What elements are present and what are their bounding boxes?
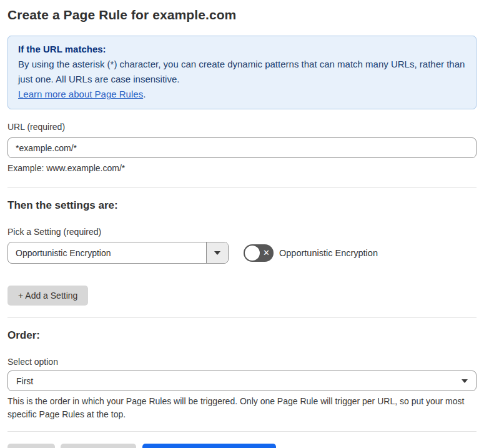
cancel-button[interactable]: Cancel — [7, 444, 55, 448]
divider — [7, 317, 477, 318]
setting-dropdown[interactable]: Opportunistic Encryption — [7, 242, 229, 264]
toggle-knob — [245, 246, 260, 261]
page-rule-form: Create a Page Rule for example.com If th… — [0, 0, 484, 448]
setting-dropdown-toggle[interactable] — [206, 242, 228, 263]
url-field-helper: Example: www.example.com/* — [7, 162, 477, 175]
opportunistic-encryption-toggle[interactable]: ✕ — [244, 244, 274, 262]
learn-more-link[interactable]: Learn more about Page Rules — [18, 89, 143, 99]
setting-dropdown-value: Opportunistic Encryption — [8, 242, 206, 263]
caret-down-icon — [462, 379, 468, 383]
setting-row: Opportunistic Encryption ✕ Opportunistic… — [7, 242, 477, 264]
page-title: Create a Page Rule for example.com — [7, 7, 477, 22]
order-section-heading: Order: — [7, 329, 477, 342]
divider — [7, 187, 477, 188]
divider — [7, 431, 477, 432]
order-select[interactable]: First — [7, 371, 477, 391]
url-field-label: URL (required) — [7, 122, 477, 132]
url-input[interactable] — [7, 137, 477, 158]
order-select-value: First — [16, 376, 33, 386]
save-and-deploy-button[interactable]: Save and Deploy Page Rule — [142, 444, 276, 448]
order-helper-text: This is the order in which your Page Rul… — [7, 395, 473, 421]
caret-down-icon — [214, 251, 220, 255]
x-mark-icon: ✕ — [263, 249, 270, 257]
toggle-caption: Opportunistic Encryption — [279, 248, 378, 258]
add-setting-button[interactable]: + Add a Setting — [7, 286, 88, 306]
save-as-draft-button[interactable]: Save as Draft — [61, 444, 136, 448]
settings-section-heading: Then the settings are: — [7, 199, 477, 212]
info-box-heading: If the URL matches: — [18, 42, 466, 57]
pick-setting-label: Pick a Setting (required) — [7, 227, 477, 237]
info-box-link-line: Learn more about Page Rules. — [18, 87, 466, 102]
order-select-label: Select option — [7, 357, 477, 367]
link-period: . — [143, 89, 146, 99]
footer-buttons: Cancel Save as Draft Save and Deploy Pag… — [7, 444, 477, 448]
info-box-body: By using the asterisk (*) character, you… — [18, 57, 466, 87]
url-match-info-box: If the URL matches: By using the asteris… — [7, 36, 477, 109]
